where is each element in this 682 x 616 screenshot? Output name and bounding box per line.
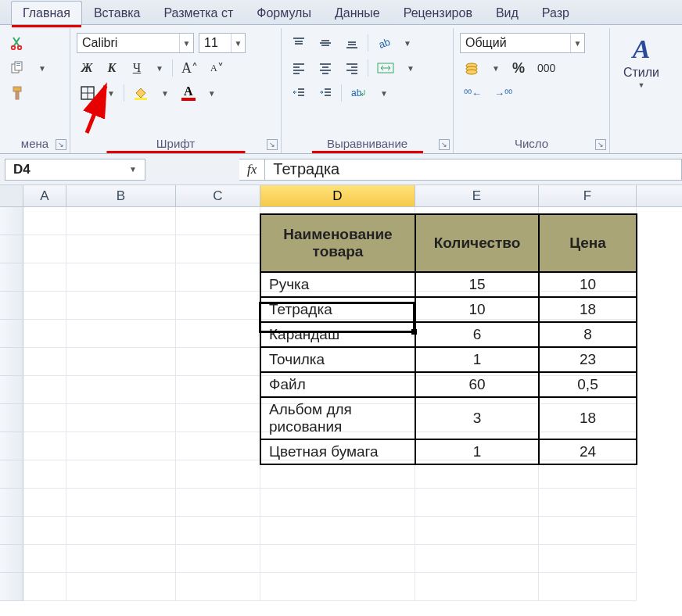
- cell-price[interactable]: 23: [539, 347, 637, 372]
- tab-view[interactable]: Вид: [484, 1, 530, 24]
- row-header[interactable]: [0, 460, 23, 489]
- cell[interactable]: [176, 489, 260, 517]
- cell[interactable]: [66, 545, 176, 573]
- align-center-icon[interactable]: [314, 58, 336, 78]
- cell-name[interactable]: Файл: [260, 372, 415, 397]
- underline-dropdown-icon[interactable]: ▼: [152, 58, 167, 78]
- cell[interactable]: [23, 460, 66, 489]
- cell-qty[interactable]: 1: [415, 347, 539, 372]
- tab-developer[interactable]: Разр: [530, 1, 581, 24]
- cell[interactable]: [23, 432, 66, 460]
- cell[interactable]: [176, 404, 260, 432]
- merge-cells-icon[interactable]: [373, 58, 398, 78]
- cell[interactable]: [176, 376, 260, 404]
- wrap-dropdown-icon[interactable]: ▼: [376, 83, 392, 103]
- cell-name[interactable]: Тетрадка: [260, 297, 415, 322]
- grow-font-icon[interactable]: A˄: [178, 58, 202, 78]
- cell[interactable]: [260, 517, 415, 545]
- cell[interactable]: [66, 432, 176, 460]
- row-header[interactable]: [0, 320, 23, 348]
- cell[interactable]: [23, 404, 66, 432]
- cell[interactable]: [415, 573, 539, 601]
- row-header[interactable]: [0, 207, 23, 235]
- cell[interactable]: [176, 348, 260, 376]
- cell-qty[interactable]: 10: [415, 297, 539, 322]
- decrease-decimal-icon[interactable]: →⁰⁰: [490, 83, 516, 103]
- cell-name[interactable]: Карандаш: [260, 322, 415, 347]
- cell[interactable]: [23, 573, 66, 601]
- cell[interactable]: [66, 235, 176, 263]
- row-header[interactable]: [0, 489, 23, 517]
- cell-price[interactable]: 18: [539, 397, 637, 439]
- cell-name[interactable]: Цветная бумага: [260, 439, 415, 464]
- cell[interactable]: [23, 376, 66, 404]
- cut-icon[interactable]: [6, 33, 28, 53]
- cell[interactable]: [23, 489, 66, 517]
- styles-button[interactable]: A Стили ▼: [616, 30, 666, 94]
- cell[interactable]: [23, 292, 66, 320]
- row-header[interactable]: [0, 235, 23, 263]
- currency-dropdown-icon[interactable]: ▼: [488, 58, 504, 78]
- cell[interactable]: [66, 376, 176, 404]
- cell[interactable]: [260, 489, 415, 517]
- cell[interactable]: [66, 489, 176, 517]
- name-box[interactable]: D4 ▼: [5, 159, 145, 181]
- cell[interactable]: [176, 432, 260, 460]
- row-header[interactable]: [0, 404, 23, 432]
- cell[interactable]: [23, 545, 66, 573]
- formula-input[interactable]: Тетрадка: [265, 159, 682, 181]
- cell[interactable]: [539, 489, 637, 517]
- cell[interactable]: [539, 517, 637, 545]
- increase-indent-icon[interactable]: [314, 83, 336, 103]
- cell[interactable]: [539, 573, 637, 601]
- tab-page-layout[interactable]: Разметка ст: [152, 1, 245, 24]
- cell[interactable]: [176, 320, 260, 348]
- align-top-icon[interactable]: [288, 33, 310, 53]
- row-header[interactable]: [0, 263, 23, 292]
- fx-icon[interactable]: fx: [239, 159, 265, 181]
- cell[interactable]: [176, 235, 260, 263]
- select-all-corner[interactable]: [0, 185, 23, 206]
- cell-name[interactable]: Ручка: [260, 272, 415, 297]
- cell[interactable]: [176, 292, 260, 320]
- row-header[interactable]: [0, 376, 23, 404]
- cell[interactable]: [176, 207, 260, 235]
- cell[interactable]: [66, 292, 176, 320]
- orientation-icon[interactable]: ab: [373, 33, 395, 53]
- number-launcher-icon[interactable]: ↘: [595, 139, 606, 150]
- copy-dropdown-icon[interactable]: ▼: [34, 58, 50, 78]
- cell-qty[interactable]: 15: [415, 272, 539, 297]
- cell[interactable]: [23, 320, 66, 348]
- cell[interactable]: [415, 545, 539, 573]
- col-header-A[interactable]: A: [23, 185, 66, 206]
- alignment-launcher-icon[interactable]: ↘: [439, 139, 450, 150]
- borders-button[interactable]: [77, 83, 99, 103]
- col-header-C[interactable]: C: [176, 185, 260, 206]
- align-middle-icon[interactable]: [314, 33, 336, 53]
- tab-data[interactable]: Данные: [323, 1, 392, 24]
- decrease-indent-icon[interactable]: [288, 83, 310, 103]
- cell[interactable]: [23, 517, 66, 545]
- tab-insert[interactable]: Вставка: [82, 1, 152, 24]
- italic-button[interactable]: К: [102, 58, 122, 78]
- underline-button[interactable]: Ч: [127, 58, 147, 78]
- cell-price[interactable]: 0,5: [539, 372, 637, 397]
- cell[interactable]: [260, 573, 415, 601]
- fill-dropdown-icon[interactable]: ▼: [157, 83, 173, 103]
- orientation-dropdown-icon[interactable]: ▼: [400, 33, 415, 53]
- row-header[interactable]: [0, 517, 23, 545]
- font-launcher-icon[interactable]: ↘: [267, 139, 278, 150]
- borders-dropdown-icon[interactable]: ▼: [103, 83, 119, 103]
- increase-decimal-icon[interactable]: ⁰⁰←: [460, 83, 486, 103]
- cell[interactable]: [260, 545, 415, 573]
- cell-qty[interactable]: 6: [415, 322, 539, 347]
- cell[interactable]: [176, 263, 260, 292]
- cell-price[interactable]: 24: [539, 439, 637, 464]
- cell-qty[interactable]: 1: [415, 439, 539, 464]
- font-color-button[interactable]: A: [178, 83, 199, 103]
- cell-qty[interactable]: 3: [415, 397, 539, 439]
- cell[interactable]: [23, 235, 66, 263]
- cell[interactable]: [66, 460, 176, 489]
- tab-home[interactable]: Главная: [11, 1, 82, 24]
- cell-name[interactable]: Точилка: [260, 347, 415, 372]
